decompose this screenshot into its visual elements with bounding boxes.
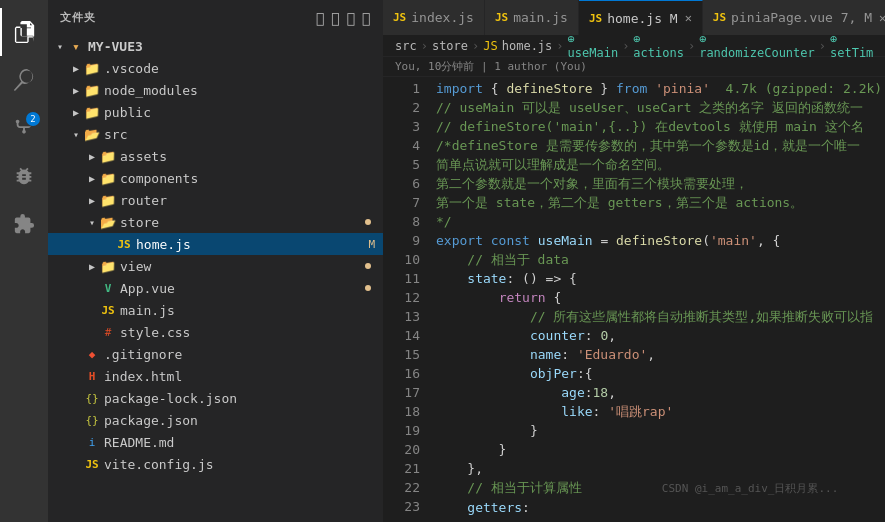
sidebar: 文件夹     ▾ ▾ MY-VUE3 ▶ 📁 .vscode ▶ 📁 … [48,0,383,522]
tab-main-js[interactable]: JS main.js [485,0,579,35]
tab-home-js-icon: JS [589,12,602,25]
breadcrumb-randomize[interactable]: ⊕ randomizeCounter [699,32,815,60]
sidebar-title: 文件夹 [60,10,96,25]
sidebar-item-node-modules[interactable]: ▶ 📁 node_modules [48,79,383,101]
activity-bar: 2 [0,0,48,522]
code-line-20: } [436,440,885,459]
public-arrow: ▶ [68,104,84,120]
router-folder-icon: 📁 [100,192,116,208]
tab-pinia-page[interactable]: JS piniaPage.vue 7, M ✕ [703,0,885,35]
components-label: components [120,171,375,186]
view-modified-dot [365,263,371,269]
view-arrow: ▶ [84,258,100,274]
sidebar-item-app-vue[interactable]: V App.vue [48,277,383,299]
view-folder-icon: 📁 [100,258,116,274]
code-line-9: export const useMain = defineStore('main… [436,231,885,250]
view-label: view [120,259,365,274]
tab-home-js-label: home.js M [607,11,677,26]
breadcrumb-src[interactable]: src [395,39,417,53]
tab-pinia-icon: JS [713,11,726,24]
code-line-10: // 相当于 data [436,250,885,269]
sidebar-item-package-json[interactable]: {} package.json [48,409,383,431]
tab-home-js[interactable]: JS home.js M ✕ [579,0,703,35]
sidebar-item-vscode[interactable]: ▶ 📁 .vscode [48,57,383,79]
root-label: MY-VUE3 [88,39,375,54]
breadcrumb-homejs[interactable]: home.js [502,39,553,53]
debug-icon[interactable] [0,152,48,200]
source-control-icon[interactable]: 2 [0,104,48,152]
sidebar-item-src[interactable]: ▾ 📂 src [48,123,383,145]
sidebar-item-package-lock[interactable]: {} package-lock.json [48,387,383,409]
tab-index-js[interactable]: JS index.js [383,0,485,35]
sidebar-item-main-js[interactable]: JS main.js [48,299,383,321]
assets-label: assets [120,149,375,164]
vite-config-label: vite.config.js [104,457,375,472]
store-modified-dot [365,219,371,225]
node-folder-icon: 📁 [84,82,100,98]
router-arrow: ▶ [84,192,100,208]
vscode-label: .vscode [104,61,375,76]
breadcrumb-settim[interactable]: ⊕ setTim [830,32,873,60]
code-line-15: name: 'Eduardo', [436,345,885,364]
code-line-1: import { defineStore } from 'pinia' 4.7k… [436,79,885,98]
scm-badge: 2 [26,112,40,126]
breadcrumb-store[interactable]: store [432,39,468,53]
code-line-22: // 相当于计算属性CSDN @i_am_a_div_日积月累... [436,478,885,498]
sidebar-item-gitignore[interactable]: ◆ .gitignore [48,343,383,365]
store-label: store [120,215,365,230]
router-label: router [120,193,375,208]
new-file-icon[interactable]:  [316,10,325,26]
sidebar-item-index-html[interactable]: H index.html [48,365,383,387]
sidebar-item-components[interactable]: ▶ 📁 components [48,167,383,189]
code-line-14: counter: 0, [436,326,885,345]
vscode-arrow: ▶ [68,60,84,76]
src-arrow: ▾ [68,126,84,142]
refresh-icon[interactable]:  [346,10,355,26]
new-folder-icon[interactable]:  [331,10,340,26]
collapse-all-icon[interactable]:  [362,10,371,26]
editor-area: JS index.js JS main.js JS home.js M ✕ JS… [383,0,885,522]
sidebar-item-view[interactable]: ▶ 📁 view [48,255,383,277]
tab-pinia-label: piniaPage.vue 7, M [731,10,872,25]
gitignore-label: .gitignore [104,347,375,362]
sidebar-item-router[interactable]: ▶ 📁 router [48,189,383,211]
assets-arrow: ▶ [84,148,100,164]
sidebar-item-style-css[interactable]: # style.css [48,321,383,343]
assets-folder-icon: 📁 [100,148,116,164]
appvue-label: App.vue [120,281,365,296]
package-lock-label: package-lock.json [104,391,375,406]
appvue-icon: V [100,280,116,296]
sidebar-item-vite-config[interactable]: JS vite.config.js [48,453,383,475]
node-label: node_modules [104,83,375,98]
breadcrumb-usemain[interactable]: ⊕ useMain [568,32,619,60]
tab-home-js-close[interactable]: ✕ [685,11,692,25]
mainjs-icon: JS [100,302,116,318]
index-html-label: index.html [104,369,375,384]
components-arrow: ▶ [84,170,100,186]
mainjs-label: main.js [120,303,375,318]
readme-icon: i [84,434,100,450]
sidebar-item-public[interactable]: ▶ 📁 public [48,101,383,123]
code-content[interactable]: import { defineStore } from 'pinia' 4.7k… [428,77,885,522]
tree-root[interactable]: ▾ ▾ MY-VUE3 [48,35,383,57]
components-folder-icon: 📁 [100,170,116,186]
tab-main-js-icon: JS [495,11,508,24]
sidebar-header: 文件夹     [48,0,383,35]
breadcrumb-js[interactable]: JS [483,39,497,53]
sidebar-item-assets[interactable]: ▶ 📁 assets [48,145,383,167]
tab-bar: JS index.js JS main.js JS home.js M ✕ JS… [383,0,885,35]
code-line-23: getters: [436,498,885,517]
src-label: src [104,127,375,142]
extensions-icon[interactable] [0,200,48,248]
sidebar-item-home-js[interactable]: JS home.js M [48,233,383,255]
tab-pinia-close[interactable]: ✕ [879,11,885,25]
code-line-21: }, [436,459,885,478]
explorer-icon[interactable] [0,8,48,56]
sidebar-item-store[interactable]: ▾ 📂 store [48,211,383,233]
sidebar-item-readme[interactable]: i README.md [48,431,383,453]
watermark: CSDN @i_am_a_div_日积月累... [662,482,838,495]
code-line-5: 简单点说就可以理解成是一个命名空间。 [436,155,885,174]
search-icon[interactable] [0,56,48,104]
tab-index-js-label: index.js [411,10,474,25]
breadcrumb-actions[interactable]: ⊕ actions [633,32,684,60]
